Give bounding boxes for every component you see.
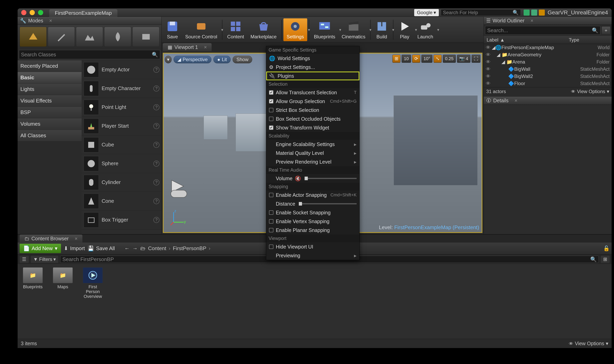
category-all-classes[interactable]: All Classes [18,130,82,142]
launch-button[interactable]: Launch▾ [414,18,437,41]
help-search-input[interactable]: Search For Help 🔍 [441,9,521,16]
snap-grid-value[interactable]: 10 [402,55,411,63]
close-icon[interactable]: × [514,98,518,104]
content-browser-tab[interactable]: 🗀 Content Browser × [20,234,82,243]
save-all-button[interactable]: 💾 Save All [88,245,115,251]
classes-search-input[interactable]: Search Classes🔍 [19,50,160,59]
minimize-window-button[interactable] [30,10,35,15]
outliner-add-button[interactable]: ＋ [601,26,610,34]
history-back-button[interactable]: ← [124,245,130,251]
visibility-icon[interactable]: 👁 [486,45,491,50]
perspective-dropdown[interactable]: ◢Perspective [174,56,211,63]
close-icon[interactable]: × [204,44,207,50]
category-volumes[interactable]: Volumes [18,118,82,130]
geometry-mode-button[interactable] [132,27,159,47]
cinematics-button[interactable]: Cinematics▾ [338,18,368,41]
visibility-icon[interactable]: 👁 [486,52,491,58]
menu-box-occluded[interactable]: Box Select Occluded Objects [266,115,359,123]
menu-preview-render[interactable]: Preview Rendering Level▸ [266,157,359,166]
view-options-button[interactable]: View Options▾ [569,341,608,346]
menu-allow-translucent[interactable]: ✔Allow Translucent SelectionT [266,88,359,97]
app-title-tab[interactable]: FirstPersonExampleMap [49,9,117,17]
snap-grid-toggle[interactable]: ⊞ [392,55,400,63]
menu-plugins[interactable]: 🔌Plugins [266,72,359,80]
place-item[interactable]: Box Trigger? [82,210,161,229]
snap-rotation-value[interactable]: 10° [421,55,432,63]
breadcrumb-item[interactable]: FirstPersonBP [173,245,206,251]
maximize-viewport-button[interactable]: ⛶ [472,55,480,63]
category-bsp[interactable]: BSP [18,107,82,118]
filters-dropdown[interactable]: ▼ Filters ▾ [31,256,58,263]
info-icon[interactable]: ? [153,123,159,129]
place-item[interactable]: Player Start? [82,117,161,135]
marketplace-button[interactable]: Marketplace [247,18,280,41]
console-icon[interactable] [524,10,530,16]
snap-rotation-toggle[interactable]: ⟳ [412,55,420,63]
build-button[interactable]: Build▾ [372,18,391,41]
info-icon[interactable]: ? [153,217,159,223]
foliage-mode-button[interactable] [104,27,131,47]
outliner-row[interactable]: 👁🔷 BigWallStaticMeshAct [484,65,612,73]
outliner-row[interactable]: 👁🔷 BigWall2StaticMeshAct [484,73,612,80]
category-lights[interactable]: Lights [18,83,82,95]
details-tab[interactable]: 🛈 Details × [484,97,612,105]
place-item[interactable]: Cube? [82,135,161,154]
place-item[interactable]: Empty Actor? [82,60,161,79]
settings-button[interactable]: Settings▾ [283,18,307,41]
menu-previewing[interactable]: Previewing▸ [266,251,359,260]
source-icon[interactable] [539,10,545,16]
place-item[interactable]: Cone? [82,192,161,210]
menu-material-quality[interactable]: Material Quality Level▸ [266,149,359,157]
add-new-button[interactable]: 📄 Add New ▾ [20,244,61,253]
show-dropdown[interactable]: Show [232,56,252,63]
close-icon[interactable]: × [49,18,52,24]
asset-folder[interactable]: 📁Blueprints [21,267,45,289]
place-item[interactable]: Sphere? [82,154,161,173]
category-basic[interactable]: Basic [18,72,82,83]
modes-tab[interactable]: 🔧 Modes × [18,17,161,25]
visibility-icon[interactable]: 👁 [486,59,491,65]
content-button[interactable]: Content [224,18,247,41]
asset-blueprint[interactable]: First Person Overview [81,267,105,299]
breadcrumb-item[interactable]: Content [148,245,166,251]
place-item[interactable]: Point Light? [82,98,161,117]
outliner-row[interactable]: 👁◢ 📁 ArenaGeometryFolder [484,51,612,58]
info-icon[interactable]: ? [153,198,159,204]
viewport-tab[interactable]: ▦ Viewport 1 × [163,43,212,51]
outliner-search-input[interactable]: Search...🔍 [485,26,600,35]
menu-strict-box[interactable]: Strict Box Selection [266,106,359,115]
info-icon[interactable]: ? [153,179,159,185]
menu-project-settings[interactable]: ⚙Project Settings... [266,63,359,72]
visibility-icon[interactable]: 👁 [486,74,491,79]
close-icon[interactable]: × [75,236,78,242]
menu-allow-group[interactable]: ✔Allow Group SelectionCmd+Shift+G [266,97,359,106]
menu-planar-snapping[interactable]: Enable Planar Snapping [266,226,359,234]
lock-button[interactable]: 🔓 [603,245,610,251]
landscape-mode-button[interactable] [76,27,103,47]
chat-icon[interactable] [531,10,537,16]
info-icon[interactable]: ? [153,161,159,167]
outliner-row[interactable]: 👁◢ 📁 ArenaFolder [484,58,612,65]
menu-hide-viewport-ui[interactable]: Hide Viewport UI [266,242,359,251]
search-provider-dropdown[interactable]: Google▾ [414,9,439,16]
menu-snap-distance[interactable]: Distance [266,199,359,208]
close-icon[interactable]: × [530,18,533,24]
menu-volume[interactable]: Volume🔇 [266,174,359,183]
camera-speed[interactable]: 📷4 [457,55,470,63]
category-visual-effects[interactable]: Visual Effects [18,95,82,107]
place-item[interactable]: Empty Character? [82,79,161,98]
menu-show-transform[interactable]: ✔Show Transform Widget [266,123,359,132]
category-recently-placed[interactable]: Recently Placed [18,60,82,72]
maximize-window-button[interactable] [38,10,43,15]
play-button[interactable]: Play▾ [395,18,414,41]
volume-slider[interactable] [305,178,357,179]
menu-engine-scalability[interactable]: Engine Scalability Settings▸ [266,140,359,149]
visibility-icon[interactable]: 👁 [486,66,491,72]
visibility-icon[interactable]: 👁 [486,81,491,86]
menu-socket-snapping[interactable]: Enable Socket Snapping [266,208,359,217]
place-mode-button[interactable] [20,27,47,47]
outliner-row[interactable]: 👁◢ 🌐 FirstPersonExampleMapWorld [484,44,612,51]
info-icon[interactable]: ? [153,86,159,91]
save-button[interactable]: Save [163,18,182,41]
paint-mode-button[interactable] [48,27,75,47]
